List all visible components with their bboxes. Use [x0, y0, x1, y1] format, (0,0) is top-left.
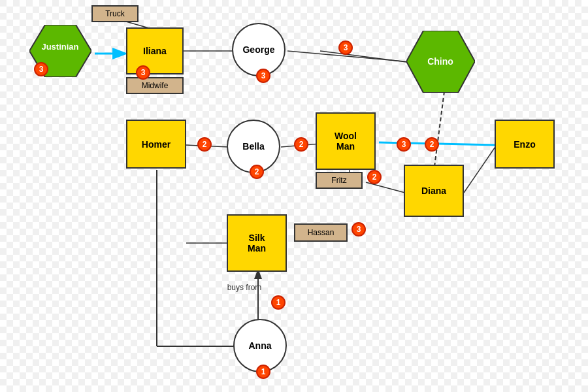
svg-line-7 [434, 91, 444, 167]
fritz-badge: 2 [367, 170, 382, 184]
hassan-node: Hassan [294, 223, 348, 242]
anna-badge: 1 [256, 365, 270, 379]
buys-from-label: buys from [225, 283, 263, 293]
bella-woolman-badge: 2 [294, 137, 308, 152]
bella-badge: 2 [250, 165, 264, 179]
diana-node: Diana [404, 165, 464, 217]
hassan-badge: 3 [351, 222, 366, 237]
truck-node: Truck [91, 5, 139, 22]
woolman-diana-badge: 3 [397, 137, 411, 152]
iliana-node: Iliana [126, 27, 184, 74]
homer-bella-badge: 2 [197, 137, 212, 152]
anna-silkman-badge: 1 [271, 295, 286, 310]
anna-node: Anna [233, 319, 287, 372]
svg-text:Chino: Chino [427, 56, 453, 67]
woolman-node: Wool Man [316, 112, 376, 170]
iliana-badge: 3 [136, 65, 150, 80]
svg-line-8 [464, 145, 497, 193]
diana-enzo-badge: 2 [425, 137, 439, 152]
george-node: George [232, 23, 286, 76]
george-chino-badge: 3 [338, 41, 353, 55]
fritz-node: Fritz [316, 172, 363, 189]
justinian-badge: 3 [34, 62, 48, 76]
svg-line-15 [320, 51, 412, 63]
chino-node: Chino [406, 31, 475, 93]
homer-node: Homer [126, 120, 186, 169]
enzo-node: Enzo [495, 120, 555, 169]
svg-text:Justinian: Justinian [41, 42, 78, 52]
george-badge: 3 [256, 69, 270, 83]
midwife-node: Midwife [126, 77, 184, 94]
diagram: Justinian 3 Truck Iliana 3 Midwife Georg… [0, 0, 588, 392]
silkman-node: Silk Man [227, 214, 287, 272]
